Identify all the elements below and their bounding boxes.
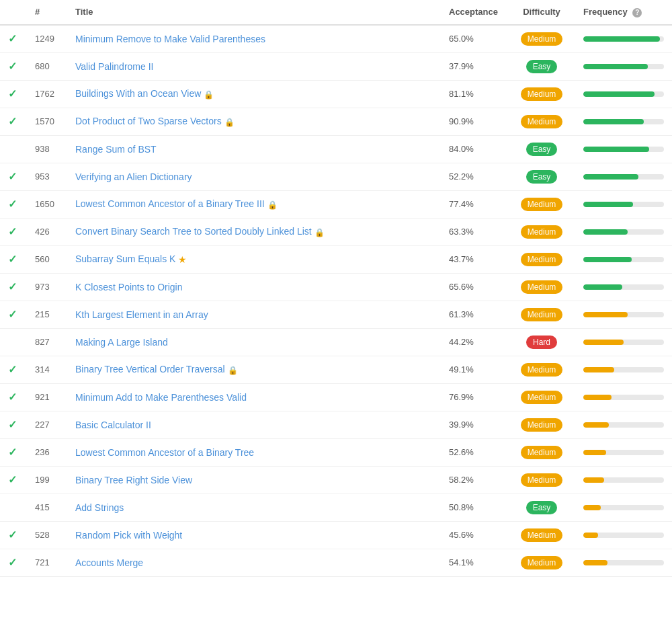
problem-number: 236 xyxy=(27,438,67,466)
check-mark: ✓ xyxy=(8,419,17,430)
check-cell xyxy=(0,494,27,521)
problem-title-link[interactable]: Dot Product of Two Sparse Vectors xyxy=(75,116,222,126)
problem-title-cell: Kth Largest Element in an Array xyxy=(67,301,441,328)
frequency-bar-fill xyxy=(583,505,601,510)
problem-title-link[interactable]: K Closest Points to Origin xyxy=(75,282,183,292)
check-mark: ✓ xyxy=(8,116,17,127)
frequency-bar-background xyxy=(583,174,664,180)
problem-title-link[interactable]: Add Strings xyxy=(75,502,124,513)
lock-icon: 🔒 xyxy=(224,118,235,127)
problem-title-link[interactable]: Lowest Common Ancestor of a Binary Tree xyxy=(75,447,254,458)
frequency-bar-fill xyxy=(583,147,649,152)
frequency-bar-fill xyxy=(583,284,622,290)
lock-icon: 🔒 xyxy=(267,200,278,210)
problem-title-cell: Buildings With an Ocean View🔒 xyxy=(67,80,441,108)
frequency-bar-fill xyxy=(583,119,644,124)
problem-title-link[interactable]: Random Pick with Weight xyxy=(75,530,182,541)
frequency-bar-background xyxy=(583,340,664,345)
problem-title-link[interactable]: Lowest Common Ancestor of a Binary Tree … xyxy=(75,198,265,209)
table-row: 415Add Strings50.8%Easy xyxy=(0,494,672,521)
frequency-bar-background xyxy=(583,229,664,235)
frequency-bar-background xyxy=(583,64,664,69)
problem-title-link[interactable]: Verifying an Alien Dictionary xyxy=(75,171,192,182)
difficulty-badge: Medium xyxy=(521,473,563,487)
frequency-bar-cell xyxy=(575,301,672,328)
frequency-bar-background xyxy=(583,367,664,372)
problem-title-cell: Range Sum of BST xyxy=(67,135,441,163)
check-mark: ✓ xyxy=(8,281,17,292)
problem-title-cell: Add Strings xyxy=(67,494,441,521)
frequency-bar-fill xyxy=(583,257,632,262)
frequency-bar-cell xyxy=(575,438,672,466)
difficulty-badge-cell: Medium xyxy=(508,245,575,273)
check-cell: ✓ xyxy=(0,356,27,383)
difficulty-badge: Medium xyxy=(521,253,563,266)
table-row: ✓973K Closest Points to Origin65.6%Mediu… xyxy=(0,273,672,301)
problem-title-link[interactable]: Accounts Merge xyxy=(75,557,143,568)
frequency-bar-background xyxy=(583,284,664,290)
difficulty-badge: Medium xyxy=(521,418,563,432)
problem-number: 215 xyxy=(27,301,67,328)
difficulty-badge-cell: Easy xyxy=(508,135,575,163)
problem-title-link[interactable]: Range Sum of BST xyxy=(75,144,157,155)
problem-title-link[interactable]: Making A Large Island xyxy=(75,337,168,348)
difficulty-badge: Medium xyxy=(521,446,563,459)
difficulty-badge-cell: Medium xyxy=(508,301,575,328)
check-cell: ✓ xyxy=(0,245,27,273)
problem-title-link[interactable]: Basic Calculator II xyxy=(75,420,151,430)
problem-title-link[interactable]: Binary Tree Right Side View xyxy=(75,475,192,485)
star-icon: ★ xyxy=(178,254,187,265)
problem-title-link[interactable]: Convert Binary Search Tree to Sorted Dou… xyxy=(75,226,312,237)
acceptance-rate: 65.6% xyxy=(441,273,508,301)
table-row: ✓921Minimum Add to Make Parentheses Vali… xyxy=(0,383,672,411)
table-row: 938Range Sum of BST84.0%Easy xyxy=(0,135,672,163)
problem-title-link[interactable]: Minimum Remove to Make Valid Parentheses xyxy=(75,34,265,44)
check-mark: ✓ xyxy=(8,474,17,485)
difficulty-badge-cell: Medium xyxy=(508,438,575,466)
frequency-header: Frequency ? xyxy=(575,0,672,25)
problem-title-link[interactable]: Binary Tree Vertical Order Traversal xyxy=(75,364,225,375)
frequency-bar-fill xyxy=(583,367,614,372)
frequency-bar-fill xyxy=(583,533,598,538)
check-cell: ✓ xyxy=(0,52,27,80)
difficulty-badge: Medium xyxy=(521,225,563,239)
check-cell: ✓ xyxy=(0,383,27,411)
frequency-bar-background xyxy=(583,36,664,42)
difficulty-badge: Easy xyxy=(526,170,558,184)
acceptance-rate: 39.9% xyxy=(441,411,508,438)
acceptance-rate: 81.1% xyxy=(441,80,508,108)
difficulty-badge: Medium xyxy=(521,87,563,101)
check-mark: ✓ xyxy=(8,171,17,182)
problem-title-link[interactable]: Valid Palindrome II xyxy=(75,61,153,72)
problem-title-link[interactable]: Minimum Add to Make Parentheses Valid xyxy=(75,392,247,403)
problem-title-link[interactable]: Buildings With an Ocean View xyxy=(75,88,201,99)
acceptance-rate: 49.1% xyxy=(441,356,508,383)
difficulty-badge: Medium xyxy=(521,115,563,128)
table-row: ✓680Valid Palindrome II37.9%Easy xyxy=(0,52,672,80)
problem-number: 1650 xyxy=(27,190,67,218)
check-mark: ✓ xyxy=(8,391,17,403)
acceptance-rate: 61.3% xyxy=(441,301,508,328)
check-cell: ✓ xyxy=(0,218,27,245)
difficulty-badge: Easy xyxy=(526,60,558,73)
frequency-bar-background xyxy=(583,560,664,565)
frequency-bar-cell xyxy=(575,549,672,576)
problem-title-cell: Random Pick with Weight xyxy=(67,521,441,549)
frequency-bar-fill xyxy=(583,477,604,483)
acceptance-rate: 76.9% xyxy=(441,383,508,411)
frequency-help-icon[interactable]: ? xyxy=(632,8,642,17)
frequency-bar-cell xyxy=(575,494,672,521)
acceptance-rate: 58.2% xyxy=(441,466,508,494)
frequency-bar-fill xyxy=(583,340,624,345)
problem-number: 528 xyxy=(27,521,67,549)
check-cell: ✓ xyxy=(0,273,27,301)
table-row: ✓1762Buildings With an Ocean View🔒81.1%M… xyxy=(0,80,672,108)
difficulty-badge-cell: Medium xyxy=(508,25,575,53)
problem-title-link[interactable]: Kth Largest Element in an Array xyxy=(75,309,208,320)
acceptance-rate: 77.4% xyxy=(441,190,508,218)
difficulty-badge-cell: Medium xyxy=(508,383,575,411)
check-cell: ✓ xyxy=(0,80,27,108)
table-header-row: # Title Acceptance Difficulty Frequency … xyxy=(0,0,672,25)
check-mark: ✓ xyxy=(8,446,17,458)
problem-title-link[interactable]: Subarray Sum Equals K xyxy=(75,253,175,264)
